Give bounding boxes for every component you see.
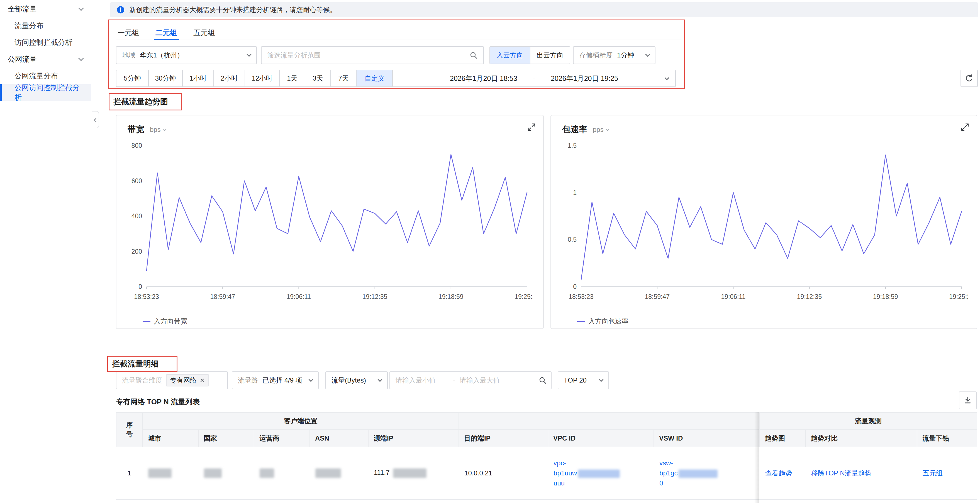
cell-asn — [310, 447, 368, 499]
bandwidth-card-header: 带宽 bps — [116, 115, 543, 135]
refresh-button[interactable] — [961, 70, 978, 87]
time-range-3d[interactable]: 3天 — [305, 70, 330, 86]
max-value-input[interactable] — [460, 377, 512, 384]
bandwidth-unit-select[interactable]: bps — [150, 126, 166, 134]
annotation-box-trend-title: 拦截流量趋势图 — [109, 93, 181, 110]
cell-trend-compare: 移除TOP N流量趋势 — [806, 447, 917, 499]
table-title: 专有网络 TOP N 流量列表 — [116, 397, 200, 407]
five-tuple-drill-link[interactable]: 五元组 — [923, 469, 943, 477]
legend-marker — [577, 321, 585, 322]
time-range-label: 1天 — [287, 74, 297, 83]
tab-five-tuple[interactable]: 五元组 — [192, 26, 217, 40]
aggregate-dimension-select[interactable]: 流量聚合维度 专有网络 — [116, 371, 228, 389]
time-range-30min[interactable]: 30分钟 — [148, 70, 182, 86]
svg-text:19:25:23: 19:25:23 — [949, 293, 968, 300]
bandwidth-unit-value: bps — [150, 126, 161, 134]
detail-section-title: 拦截流量明细 — [112, 359, 159, 369]
packet-rate-chart: 00.511.518:53:2318:59:4719:06:1119:12:35… — [555, 139, 968, 312]
chevron-down-icon — [599, 377, 604, 382]
time-range-custom[interactable]: 自定义 — [356, 70, 393, 86]
column-header-city: 城市 — [143, 430, 198, 447]
sidebar-item-public-acl-block-analysis[interactable]: 公网访问控制拦截分析 — [0, 84, 91, 101]
metric-value: 流量(Bytes) — [331, 376, 366, 385]
legend-label: 入方向包速率 — [588, 317, 628, 326]
legend-label: 入方向带宽 — [154, 317, 187, 326]
sidebar-item-public-traffic-distribution[interactable]: 公网流量分布 — [0, 67, 91, 84]
column-header-carrier: 运营商 — [254, 430, 310, 447]
traffic-path-select[interactable]: 流量路 已选择 4/9 项 — [232, 371, 319, 389]
column-header-trend: 趋势图 — [760, 430, 806, 447]
sidebar-item-public-traffic[interactable]: 公网流量 — [0, 51, 91, 67]
date-end: 2026年1月20日 19:25 — [551, 74, 618, 83]
vsw-id-text: 0 — [659, 479, 663, 487]
sidebar-collapse-handle[interactable] — [92, 111, 99, 128]
time-range-group: 5分钟 30分钟 1小时 2小时 12小时 1天 3天 7天 自定义 — [116, 70, 393, 87]
chevron-down-icon — [665, 75, 670, 80]
annotation-box-detail-title: 拦截流量明细 — [107, 356, 177, 372]
remove-topn-trend-link[interactable]: 移除TOP N流量趋势 — [811, 469, 871, 477]
scope-search-input[interactable] — [267, 51, 465, 59]
topn-select[interactable]: TOP 20 — [558, 371, 609, 389]
cell-src-ip: 111.7 — [368, 447, 459, 499]
aggregate-dimension-label: 流量聚合维度 — [122, 376, 162, 385]
expand-icon[interactable] — [527, 123, 536, 133]
region-label: 地域 — [122, 51, 135, 60]
cell-index: 1 — [116, 447, 143, 499]
svg-text:19:06:11: 19:06:11 — [286, 293, 311, 300]
min-value-input[interactable] — [396, 377, 449, 384]
vpc-id-link[interactable]: vpc- bp1uuw uuu — [554, 458, 648, 488]
search-icon[interactable] — [469, 51, 478, 59]
table-group-header-row: 序号 客户端位置 流量观测 — [116, 412, 977, 430]
time-range-label: 5分钟 — [124, 74, 141, 83]
time-range-7d[interactable]: 7天 — [330, 70, 356, 86]
svg-text:1: 1 — [573, 189, 577, 196]
main-content: 新创建的流量分析器大概需要十分钟来搭建分析链路，请您耐心等候。 一元组 二元组 … — [92, 0, 980, 503]
chevron-down-icon — [646, 52, 650, 57]
vsw-id-link[interactable]: vsw- bp1gc 0 — [659, 458, 754, 488]
sidebar-item-label: 公网流量分布 — [14, 71, 58, 81]
time-range-5min[interactable]: 5分钟 — [116, 70, 148, 86]
column-header-drill: 流量下钻 — [917, 430, 977, 447]
chevron-down-icon — [78, 5, 84, 11]
direction-in-button[interactable]: 入云方向 — [490, 47, 530, 64]
time-range-2h[interactable]: 2小时 — [213, 70, 245, 86]
date-range-picker[interactable]: 2026年1月20日 18:53 - 2026年1月20日 19:25 — [392, 70, 676, 87]
column-header-vsw-id: VSW ID — [654, 430, 760, 447]
region-select[interactable]: 地域 华东1（杭州） — [116, 46, 257, 64]
direction-out-button[interactable]: 出云方向 — [530, 47, 570, 64]
region-value: 华东1（杭州） — [140, 51, 184, 60]
tab-label: 二元组 — [156, 28, 177, 38]
packet-rate-unit-select[interactable]: pps — [593, 126, 609, 134]
metric-select[interactable]: 流量(Bytes) — [325, 371, 388, 389]
cell-city — [143, 447, 198, 499]
vsw-id-text: bp1gc — [659, 469, 678, 477]
chevron-down-icon — [378, 377, 382, 382]
sidebar-item-acl-block-analysis[interactable]: 访问控制拦截分析 — [0, 34, 91, 51]
expand-icon[interactable] — [961, 123, 969, 133]
time-range-1d[interactable]: 1天 — [279, 70, 305, 86]
value-range-filter: - — [390, 371, 552, 389]
range-search-button[interactable] — [534, 372, 551, 389]
download-button[interactable] — [959, 391, 977, 409]
svg-text:18:59:47: 18:59:47 — [210, 293, 235, 300]
direction-toggle: 入云方向 出云方向 — [490, 46, 570, 64]
tab-two-tuple[interactable]: 二元组 — [154, 26, 179, 40]
view-trend-link[interactable]: 查看趋势 — [765, 469, 792, 477]
topn-value: TOP 20 — [564, 377, 587, 384]
time-range-12h[interactable]: 12小时 — [245, 70, 279, 86]
cell-trend: 查看趋势 — [760, 447, 806, 499]
column-header-index: 序号 — [116, 412, 143, 447]
sidebar-item-all-traffic[interactable]: 全部流量 — [0, 0, 91, 17]
vpc-id-text: bp1uuw — [554, 469, 577, 477]
bucket-precision-select[interactable]: 存储桶精度 1分钟 — [573, 46, 655, 64]
bandwidth-chart: 020040060080018:53:2318:59:4719:06:1119:… — [121, 139, 533, 312]
close-icon[interactable] — [199, 377, 205, 383]
group-header-client-location: 客户端位置 — [143, 412, 459, 430]
tab-bar: 一元组 二元组 五元组 — [116, 26, 681, 40]
sidebar-item-traffic-distribution[interactable]: 流量分布 — [0, 17, 91, 34]
vpc-tag-label: 专有网络 — [170, 376, 197, 385]
tab-one-tuple[interactable]: 一元组 — [116, 26, 141, 40]
time-range-1h[interactable]: 1小时 — [182, 70, 213, 86]
sidebar-item-label: 流量分布 — [14, 21, 43, 31]
topn-traffic-table: 序号 客户端位置 流量观测 城市 国家 运营商 ASN 源端IP 目的端IP V… — [116, 412, 977, 500]
